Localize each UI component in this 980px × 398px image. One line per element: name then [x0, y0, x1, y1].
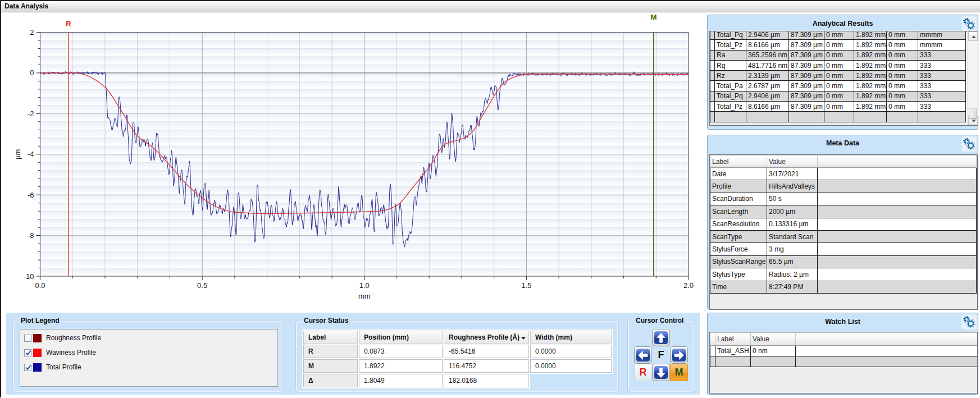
meta-data-row[interactable]: Date3/17/2021	[710, 168, 977, 180]
window-titlebar[interactable]: Data Analysis	[0, 0, 980, 12]
legend-color-swatch	[33, 334, 42, 342]
cursor-measure-button[interactable]: M	[670, 364, 688, 381]
grid-cell	[818, 255, 977, 268]
grid-cell: 0 mm	[824, 50, 854, 60]
svg-text:-6: -6	[28, 191, 34, 199]
watch-list-row[interactable]	[710, 356, 978, 367]
grid-cell: StylusForce	[710, 243, 767, 255]
analytical-results-row[interactable]: Total_Pa2.6787 µm87.309 µm0 mm1.892 mm0 …	[710, 81, 966, 91]
grid-cell: 1.892 mm	[854, 81, 887, 91]
grid-cell: 0 mm	[824, 60, 854, 70]
cursor-label-m[interactable]: M	[650, 13, 657, 21]
meta-data-row[interactable]: StylusTypeRadius: 2 µm	[710, 268, 977, 281]
grid-cell: 365.2596 nm	[746, 50, 789, 60]
cursor-up-button[interactable]	[652, 329, 670, 346]
grid-cell	[818, 230, 977, 243]
grid-cell: 1.892 mm	[854, 71, 887, 81]
meta-data-row[interactable]: Time8:27:49 PM	[710, 281, 977, 293]
legend-color-swatch	[33, 349, 42, 357]
meta-data-row[interactable]: ScanResolution0.133316 µm	[710, 218, 977, 230]
cursor-status-cell: 1.8049	[359, 374, 443, 387]
legend-item-roughness-profile: Roughness Profile	[24, 333, 101, 342]
triangle-down-icon	[972, 120, 976, 122]
meta-data-row[interactable]: ProfileHillsAndValleys	[710, 180, 977, 193]
grid-cell	[710, 346, 715, 356]
grid-cell	[710, 50, 715, 60]
cursor-status-cell: 116.4752	[444, 359, 529, 373]
analytical-results-grid: Total_Pq2.9406 µm87.309 µm0 mm1.892 mm0 …	[709, 31, 978, 126]
grid-cell: Profile	[710, 180, 767, 193]
cursor-left-button[interactable]	[634, 346, 652, 364]
cursor-status-cell: Δ	[303, 374, 358, 387]
grid-cell	[887, 112, 918, 122]
scroll-up-button[interactable]	[968, 31, 978, 41]
grid-cell: 87.309 µm	[789, 40, 824, 50]
grid-cell: ScanResolution	[710, 218, 767, 230]
column-header	[796, 333, 978, 346]
analytical-results-row[interactable]: Rz2.3139 µm87.309 µm0 mm1.892 mm0 mm333	[710, 71, 966, 81]
cursor-status-column-header: Label	[303, 331, 358, 344]
analytical-results-row[interactable]: Total_Pz8.6166 µm87.309 µm0 mm1.892 mm0 …	[710, 40, 966, 50]
bottom-panel: Plot Legend Roughness ProfileWaviness Pr…	[6, 313, 700, 395]
analytical-results-settings-button[interactable]	[961, 16, 977, 31]
cursor-reference-button[interactable]: R	[634, 364, 652, 381]
meta-data-row[interactable]: ScanTypeStandard Scan	[710, 230, 977, 243]
grid-cell: ScanType	[710, 230, 767, 243]
meta-data-row[interactable]: ScanDuration50 s	[710, 193, 977, 205]
grid-cell	[710, 356, 715, 367]
meta-data-row[interactable]: StylusForce3 mg	[710, 243, 977, 255]
grid-cell: ScanLength	[710, 205, 767, 218]
grid-cell: 333	[918, 102, 966, 112]
cursor-control-groupbox: Cursor Control FRM	[628, 321, 694, 392]
cursor-status-cell: 0.0873	[359, 345, 443, 358]
meta-data-row[interactable]: ScanLength2000 µm	[710, 205, 977, 218]
column-dropdown-icon[interactable]	[521, 337, 526, 340]
grid-cell	[818, 218, 977, 230]
meta-data-settings-button[interactable]	[961, 136, 977, 152]
analytical-results-row[interactable]: Total_Pz8.6166 µm87.309 µm0 mm1.892 mm0 …	[710, 102, 966, 112]
grid-cell: 0 nm	[751, 346, 796, 356]
cursor-down-button[interactable]	[652, 364, 670, 381]
cursor-status-cell: M	[303, 359, 358, 373]
analytical-results-row[interactable]: Ra365.2596 nm87.309 µm0 mm1.892 mm0 mm33…	[710, 50, 966, 60]
grid-cell: 1.892 mm	[854, 31, 887, 40]
cursor-status-row-M[interactable]: M1.8922116.47520.0000	[303, 359, 612, 373]
analytical-results-row[interactable]: Total_Pq2.9406 µm87.309 µm0 mm1.892 mm0 …	[710, 91, 966, 101]
analytical-results-row[interactable]	[710, 112, 966, 122]
meta-data-panel: Meta Data LabelValueDate3/17/2021Profile…	[707, 135, 978, 309]
grid-cell: 1.892 mm	[854, 40, 887, 50]
legend-checkbox[interactable]	[24, 349, 31, 356]
legend-checkbox[interactable]	[24, 364, 31, 371]
meta-data-row[interactable]: StylusScanRange65.5 µm	[710, 255, 977, 268]
grid-cell	[751, 356, 796, 367]
cursor-label-r[interactable]: R	[66, 20, 71, 28]
cursor-status-column-header[interactable]: Roughness Profile (Å)	[444, 331, 529, 344]
scrollbar-thumb[interactable]	[969, 108, 977, 119]
cursor-status-row-R[interactable]: R0.0873-65.54160.0000	[303, 345, 612, 358]
cursor-focus-button[interactable]: F	[652, 346, 670, 364]
grid-cell: 0 mm	[824, 91, 854, 101]
analytical-results-row[interactable]: Total_Pq2.9406 µm87.309 µm0 mm1.892 mm0 …	[710, 31, 966, 40]
column-header: Label	[715, 333, 751, 346]
legend-item-waviness-profile: Waviness Profile	[24, 348, 96, 357]
check-icon	[26, 350, 31, 354]
grid-cell	[818, 205, 977, 218]
watch-list-title: Watch List	[708, 318, 978, 326]
grid-cell	[818, 180, 977, 193]
watch-list-row[interactable]: Total_ASH0 nm	[710, 346, 978, 356]
grid-cell	[824, 112, 854, 122]
analytical-results-row[interactable]: Rq481.7716 nm87.309 µm0 mm1.892 mm0 mm33…	[710, 60, 966, 70]
watch-list-settings-button[interactable]	[961, 314, 977, 330]
grid-cell: 0 mm	[824, 71, 854, 81]
grid-cell: HillsAndValleys	[767, 180, 818, 193]
vertical-scrollbar[interactable]	[968, 31, 978, 125]
grid-cell: 0 mm	[887, 71, 918, 81]
cursor-status-row-Δ[interactable]: Δ1.8049182.0168	[303, 374, 612, 387]
svg-text:0: 0	[30, 68, 34, 77]
grid-cell	[789, 112, 824, 122]
profile-plot[interactable]: 0.00.51.01.52.020-2-4-6-8-10mmµmRM	[1, 12, 700, 312]
plot-legend-title: Plot Legend	[19, 317, 62, 324]
legend-checkbox[interactable]	[24, 335, 31, 342]
grid-cell: 0 mm	[887, 60, 918, 70]
cursor-right-button[interactable]	[670, 346, 688, 364]
